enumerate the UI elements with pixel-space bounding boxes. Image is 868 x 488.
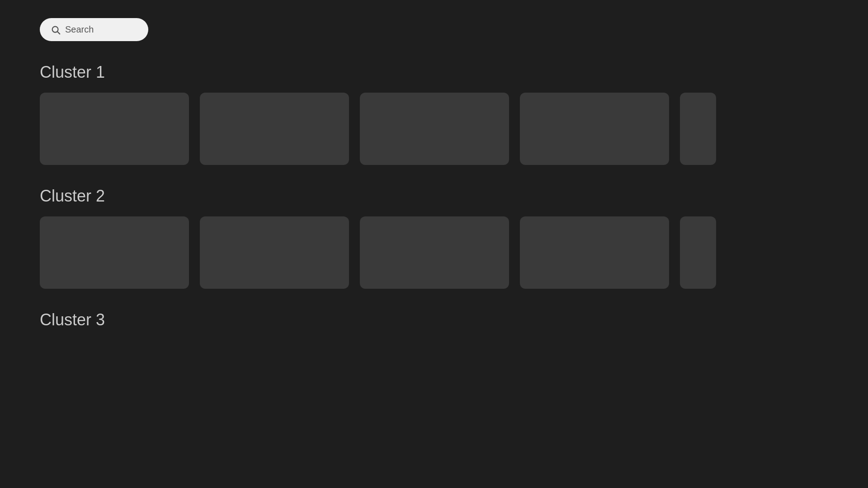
svg-line-1 bbox=[57, 32, 60, 34]
search-icon bbox=[51, 25, 61, 35]
cluster-1-card-2[interactable] bbox=[200, 93, 349, 165]
cluster-1-section: Cluster 1 bbox=[40, 63, 828, 165]
cluster-2-section: Cluster 2 bbox=[40, 187, 828, 289]
cluster-1-title: Cluster 1 bbox=[40, 63, 828, 82]
search-label: Search bbox=[65, 24, 94, 35]
cluster-2-card-5[interactable] bbox=[680, 216, 716, 289]
cluster-3-section: Cluster 3 bbox=[40, 310, 828, 329]
cluster-1-card-5[interactable] bbox=[680, 93, 716, 165]
cluster-2-card-4[interactable] bbox=[520, 216, 669, 289]
cluster-2-card-3[interactable] bbox=[360, 216, 509, 289]
search-bar[interactable]: Search bbox=[40, 18, 148, 41]
cluster-2-card-1[interactable] bbox=[40, 216, 189, 289]
cluster-2-title: Cluster 2 bbox=[40, 187, 828, 206]
cluster-1-card-4[interactable] bbox=[520, 93, 669, 165]
cluster-2-card-2[interactable] bbox=[200, 216, 349, 289]
cluster-3-title: Cluster 3 bbox=[40, 310, 828, 329]
cluster-2-grid bbox=[40, 216, 828, 289]
cluster-1-grid bbox=[40, 93, 828, 165]
main-container: Search Cluster 1 Cluster 2 Cluster 3 bbox=[0, 0, 868, 369]
cluster-1-card-3[interactable] bbox=[360, 93, 509, 165]
cluster-1-card-1[interactable] bbox=[40, 93, 189, 165]
